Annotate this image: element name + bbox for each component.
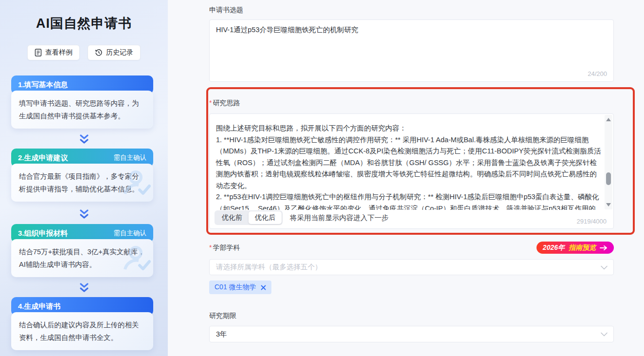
discipline-label-text: 学部学科 bbox=[213, 244, 240, 251]
toggle-before-optimization[interactable]: 优化前 bbox=[215, 211, 249, 224]
approach-textarea[interactable]: ….… 围绕上述研究目标和思路，拟开展以下四个方面的研究内容： 1. **HIV… bbox=[210, 114, 604, 210]
duration-label: 研究期限 bbox=[209, 312, 236, 320]
topic-char-counter: 24/200 bbox=[588, 70, 607, 77]
approach-field: ….… 围绕上述研究目标和思路，拟开展以下四个方面的研究内容： 1. **HIV… bbox=[209, 113, 614, 229]
sidebar: AI国自然申请书 查看样例 历史记录 1.填写基本信息 填写申请书选题、研究思路… bbox=[0, 0, 168, 356]
scroll-down-arrow-icon[interactable] bbox=[606, 203, 611, 206]
step-1-title: 1.填写基本信息 bbox=[18, 80, 68, 90]
discipline-select[interactable]: 请选择所属学科（最多选择五个） bbox=[209, 259, 614, 275]
toggle-after-optimization[interactable]: 优化后 bbox=[249, 211, 282, 224]
step-4-title: 4.生成申请书 bbox=[18, 302, 61, 311]
discipline-label-row: *学部学科 2026年 指南预览 bbox=[209, 242, 614, 254]
step-3-description: 结合75万+获批项目、3亿+真实文献库，AI辅助生成申请书内容。 bbox=[19, 248, 145, 268]
approach-hint: 将采用当前显示内容进入下一步 bbox=[290, 213, 389, 223]
optimize-toggle: 优化前 优化后 bbox=[215, 210, 283, 225]
guide-preview-badge[interactable]: 2026年 指南预览 bbox=[537, 242, 614, 254]
duration-select[interactable]: 3年 bbox=[209, 326, 614, 342]
duration-value: 3年 bbox=[216, 330, 227, 339]
clipped-scrolled-line: ….… bbox=[237, 114, 271, 115]
step-2-description: 结合官方最新《项目指南》，多专家分析提供申请指导，辅助优化基本信息。 bbox=[19, 172, 139, 193]
step-2-badge: 需自主确认 bbox=[114, 153, 147, 162]
history-clock-icon bbox=[95, 49, 103, 56]
document-icon bbox=[35, 49, 42, 56]
chevron-double-down-icon bbox=[0, 134, 168, 145]
approach-scrollbar[interactable] bbox=[605, 115, 612, 209]
required-asterisk: * bbox=[209, 244, 212, 251]
scroll-up-arrow-icon[interactable] bbox=[606, 118, 611, 121]
sidebar-buttons: 查看样例 历史记录 bbox=[0, 45, 168, 60]
discipline-tag[interactable]: C01 微生物学 bbox=[209, 281, 271, 294]
step-card-1[interactable]: 1.填写基本信息 填写申请书选题、研究思路等内容，为生成国自然申请书提供基本参考… bbox=[11, 75, 153, 129]
topic-textarea[interactable]: HIV-1通过p53介导巨噬细胞铁死亡的机制研究 24/200 bbox=[209, 19, 614, 82]
history-label: 历史记录 bbox=[106, 48, 133, 57]
guide-text: 指南预览 bbox=[569, 244, 596, 252]
step-4-description: 结合确认后的建议内容及所上传的相关资料，生成国自然申请书全文。 bbox=[11, 312, 153, 350]
remove-tag-icon[interactable] bbox=[261, 285, 266, 290]
step-2-title: 2.生成申请建议 bbox=[18, 153, 68, 163]
view-sample-label: 查看样例 bbox=[45, 48, 72, 57]
topic-label: 申请书选题 bbox=[209, 6, 243, 15]
discipline-placeholder: 请选择所属学科（最多选择五个） bbox=[216, 262, 322, 272]
step-card-4[interactable]: 4.生成申请书 结合确认后的建议内容及所上传的相关资料，生成国自然申请书全文。 bbox=[11, 297, 153, 350]
guide-year: 2026年 bbox=[543, 244, 565, 252]
approach-char-counter: 2919/4000 bbox=[577, 218, 607, 225]
view-sample-button[interactable]: 查看样例 bbox=[27, 45, 80, 60]
arrow-right-icon bbox=[600, 244, 608, 252]
discipline-label: *学部学科 bbox=[209, 244, 240, 252]
chevron-down-icon bbox=[601, 330, 608, 338]
chevron-double-down-icon bbox=[0, 209, 168, 220]
topic-value: HIV-1通过p53介导巨噬细胞铁死亡的机制研究 bbox=[216, 26, 358, 34]
approach-footer: 优化前 优化后 将采用当前显示内容进入下一步 2919/4000 bbox=[215, 210, 607, 225]
step-1-description: 填写申请书选题、研究思路等内容，为生成国自然申请书提供基本参考。 bbox=[11, 91, 153, 129]
app-root: AI国自然申请书 查看样例 历史记录 1.填写基本信息 填写申请书选题、研究思路… bbox=[0, 0, 644, 356]
discipline-tag-label: C01 微生物学 bbox=[215, 283, 256, 292]
chevron-double-down-icon bbox=[0, 283, 168, 294]
page-title: AI国自然申请书 bbox=[0, 15, 168, 32]
step-card-3[interactable]: 3.组织申报材料 需自主确认 结合75万+获批项目、3亿+真实文献库，AI辅助生… bbox=[11, 224, 153, 277]
approach-label: *研究思路 bbox=[209, 99, 240, 108]
step-2-body: 结合官方最新《项目指南》，多专家分析提供申请指导，辅助优化基本信息。 bbox=[11, 164, 153, 202]
approach-text: 围绕上述研究目标和思路，拟开展以下四个方面的研究内容： 1. **HIV-1感染… bbox=[210, 114, 604, 210]
step-card-2[interactable]: 2.生成申请建议 需自主确认 结合官方最新《项目指南》，多专家分析提供申请指导，… bbox=[11, 149, 153, 202]
scrollbar-thumb[interactable] bbox=[606, 172, 611, 185]
step-3-badge: 需自主确认 bbox=[114, 229, 147, 238]
step-3-body: 结合75万+获批项目、3亿+真实文献库，AI辅助生成申请书内容。 bbox=[11, 239, 153, 277]
chevron-down-icon bbox=[601, 263, 608, 271]
step-3-title: 3.组织申报材料 bbox=[18, 229, 68, 238]
approach-label-text: 研究思路 bbox=[213, 99, 240, 107]
history-button[interactable]: 历史记录 bbox=[88, 45, 141, 60]
required-asterisk: * bbox=[209, 99, 212, 107]
